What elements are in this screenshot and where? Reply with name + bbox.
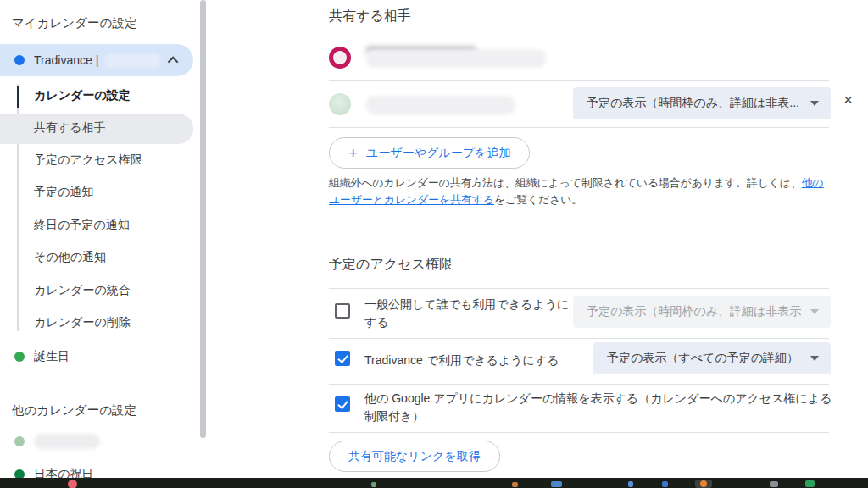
divider bbox=[329, 432, 829, 433]
taskbar-app-icon-active[interactable] bbox=[695, 480, 712, 488]
get-shareable-link-button-label: 共有可能なリンクを取得 bbox=[348, 449, 481, 464]
sharing-restriction-note: 組織外へのカレンダーの共有方法は、組織によって制限されている場合があります。詳し… bbox=[329, 175, 827, 208]
sidebar-item-birthdays[interactable]: 誕生日 bbox=[14, 349, 70, 364]
calendar-color-dot-green bbox=[14, 352, 25, 362]
org-permission-select[interactable]: 予定の表示（すべての予定の詳細） bbox=[593, 342, 831, 374]
my-calendars-settings-title: マイカレンダーの設定 bbox=[12, 15, 136, 31]
divider bbox=[329, 338, 829, 339]
arrow-drop-down-icon bbox=[810, 101, 819, 106]
note-text: 組織外へのカレンダーの共有方法は、組織によって制限されている場合があります。詳し… bbox=[329, 176, 802, 189]
org-available-checkbox[interactable] bbox=[335, 351, 350, 366]
chevron-up-icon[interactable] bbox=[168, 56, 179, 67]
taskbar-app-icon[interactable] bbox=[371, 482, 376, 487]
redacted-calendar-name bbox=[103, 53, 161, 68]
add-people-button[interactable]: + ユーザーやグループを追加 bbox=[329, 137, 530, 169]
taskbar bbox=[0, 478, 868, 488]
share-with-people-heading: 共有する相手 bbox=[329, 8, 411, 25]
public-permission-value: 予定の表示（時間枠のみ、詳細は非表示） bbox=[587, 304, 802, 319]
sidebar-scrollbar-thumb[interactable] bbox=[200, 0, 206, 438]
birthdays-label: 誕生日 bbox=[34, 349, 70, 364]
arrow-drop-down-icon bbox=[810, 356, 819, 361]
sidebar-item-other-calendar-redacted[interactable] bbox=[14, 434, 100, 449]
taskbar-app-icon-red[interactable] bbox=[68, 480, 77, 488]
member1-avatar bbox=[329, 47, 351, 69]
calendar-color-dot-lightgreen bbox=[14, 436, 25, 446]
taskbar-app-icon[interactable] bbox=[628, 481, 633, 487]
member1-name-redacted bbox=[366, 49, 546, 68]
member2-avatar bbox=[329, 93, 351, 115]
sidebar-item-share-with-people[interactable]: 共有する相手 bbox=[34, 120, 106, 136]
sidebar-item-remove-calendar[interactable]: カレンダーの削除 bbox=[34, 315, 131, 330]
sidebar-item-event-notifications[interactable]: 予定の通知 bbox=[34, 185, 93, 200]
taskbar-app-icon[interactable] bbox=[662, 481, 668, 487]
add-people-button-label: ユーザーやグループを追加 bbox=[366, 146, 510, 161]
taskbar-app-icon[interactable] bbox=[551, 481, 562, 487]
remove-member-close-icon[interactable]: × bbox=[843, 92, 853, 108]
subnav-rail-active-segment bbox=[17, 86, 19, 108]
divider bbox=[329, 36, 829, 36]
sidebar-item-calendar-settings[interactable]: カレンダーの設定 bbox=[34, 88, 131, 103]
redacted-other-calendar-name bbox=[34, 434, 100, 449]
divider bbox=[329, 127, 829, 128]
plus-icon: + bbox=[348, 145, 358, 161]
taskbar-notification-dot bbox=[700, 480, 707, 487]
sidebar-item-other-notifications[interactable]: その他の通知 bbox=[34, 250, 106, 265]
note-suffix: をご覧ください。 bbox=[494, 193, 582, 206]
sidebar-item-allday-notifications[interactable]: 終日の予定の通知 bbox=[34, 218, 130, 233]
divider bbox=[329, 288, 829, 289]
calendar-name-label: Tradivance | bbox=[34, 53, 98, 67]
org-permission-value: 予定の表示（すべての予定の詳細） bbox=[607, 351, 802, 366]
calendar-color-dot-blue bbox=[14, 55, 25, 65]
sidebar-item-event-access[interactable]: 予定のアクセス権限 bbox=[34, 152, 142, 168]
org-available-checkbox-label: Tradivance で利用できるようにする bbox=[364, 352, 585, 369]
member2-permission-value: 予定の表示（時間枠のみ、詳細は非表... bbox=[587, 96, 802, 111]
sidebar-item-integrate-calendar[interactable]: カレンダーの統合 bbox=[34, 283, 131, 298]
arrow-drop-down-icon bbox=[810, 309, 819, 314]
taskbar-app-icon[interactable] bbox=[512, 482, 518, 487]
public-checkbox-label: 一般公開して誰でも利用できるようにする bbox=[364, 296, 570, 331]
taskbar-app-icon[interactable] bbox=[805, 480, 815, 487]
divider bbox=[329, 80, 829, 81]
sidebar-item-tradivance-calendar[interactable]: Tradivance | bbox=[0, 44, 193, 76]
event-access-heading: 予定のアクセス権限 bbox=[329, 256, 453, 274]
other-calendars-settings-title: 他のカレンダーの設定 bbox=[12, 402, 136, 419]
member2-permission-select[interactable]: 予定の表示（時間枠のみ、詳細は非表... bbox=[573, 87, 831, 119]
public-checkbox[interactable] bbox=[335, 303, 350, 319]
member2-name-redacted bbox=[366, 96, 515, 114]
google-apps-info-checkbox[interactable] bbox=[335, 396, 350, 412]
public-permission-select: 予定の表示（時間枠のみ、詳細は非表示） bbox=[573, 296, 831, 328]
taskbar-app-icon[interactable] bbox=[770, 481, 778, 487]
google-apps-info-checkbox-label: 他の Google アプリにカレンダーの情報を表示する（カレンダーへのアクセス権… bbox=[364, 390, 836, 425]
get-shareable-link-button[interactable]: 共有可能なリンクを取得 bbox=[329, 441, 500, 472]
divider bbox=[329, 384, 829, 385]
